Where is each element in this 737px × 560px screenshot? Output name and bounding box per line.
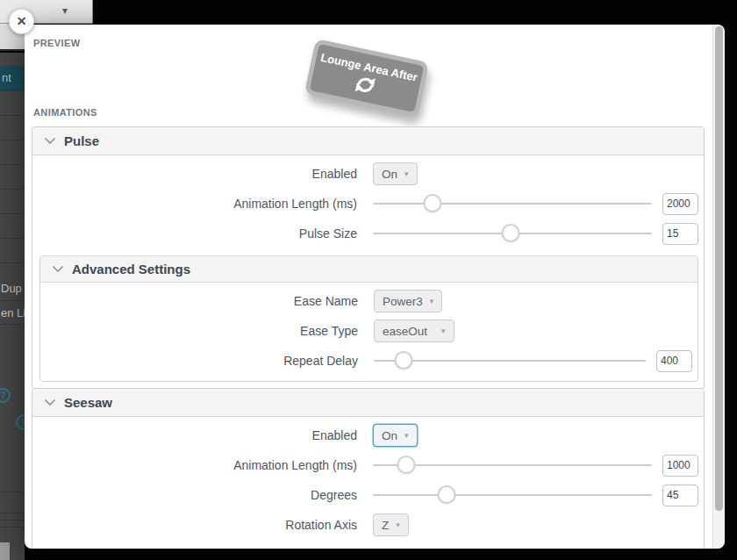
row-pulse-size: Pulse Size — [32, 219, 704, 248]
help-icon[interactable]: ? — [0, 388, 11, 403]
section-seesaw: Seesaw Enabled On ▾ Animation Length (ms… — [32, 388, 705, 549]
chevron-down-icon: ▾ — [404, 431, 409, 440]
pulse-size-input[interactable] — [662, 223, 698, 245]
preview-badge-button[interactable]: Lounge Area After — [304, 39, 429, 118]
slider-thumb[interactable] — [395, 351, 413, 370]
field-label: Animation Length (ms) — [32, 197, 366, 211]
preview-modal: PREVIEW Lounge Area After ANIMATIONS Pul… — [25, 25, 725, 549]
field-label: Repeat Delay — [40, 354, 367, 368]
repeat-delay-slider[interactable] — [374, 351, 646, 370]
slider-thumb[interactable] — [397, 456, 416, 474]
close-button[interactable]: ✕ — [9, 9, 34, 34]
section-seesaw-header[interactable]: Seesaw — [32, 389, 704, 417]
dropdown-value: easeOut — [383, 325, 427, 338]
field-label: Pulse Size — [32, 226, 366, 241]
field-label: Ease Name — [40, 294, 367, 308]
field-label: Enabled — [32, 428, 366, 442]
modal-scrollbar-track[interactable] — [712, 25, 725, 549]
chevron-down-icon: ▾ — [430, 297, 434, 305]
row-rotation-axis: Rotation Axis Z ▾ — [32, 510, 704, 540]
row-seesaw-enabled: Enabled On ▾ — [32, 420, 704, 450]
field-label: Ease Type — [40, 324, 367, 338]
slider-thumb[interactable] — [424, 194, 442, 212]
ease-name-dropdown[interactable]: Power3 ▾ — [374, 290, 442, 312]
seesaw-anim-length-input[interactable] — [662, 455, 698, 477]
row-seesaw-anim-length: Animation Length (ms) — [32, 450, 704, 480]
section-pulse: Pulse Enabled On ▾ Animation Length (ms)… — [32, 126, 705, 390]
divider — [0, 262, 25, 263]
row-degrees: Degrees — [32, 480, 704, 510]
divider — [0, 213, 25, 214]
field-label: Degrees — [32, 488, 366, 502]
chevron-down-icon — [44, 137, 56, 145]
pulse-enabled-dropdown[interactable]: On ▾ — [373, 162, 418, 185]
section-pulse-header[interactable]: Pulse — [32, 127, 704, 155]
divider — [0, 164, 25, 165]
ease-type-dropdown[interactable]: easeOut ▾ — [374, 319, 454, 342]
section-title: Pulse — [64, 133, 99, 148]
chevron-down-icon: ▾ — [62, 4, 68, 17]
slider-track[interactable] — [373, 203, 652, 205]
slider-track[interactable] — [373, 494, 652, 496]
field-label: Enabled — [32, 167, 366, 181]
menu-item-open-link[interactable]: en Li — [0, 304, 25, 323]
divider — [0, 513, 25, 513]
divider — [0, 238, 25, 239]
slider-thumb[interactable] — [438, 485, 456, 504]
degrees-slider[interactable] — [373, 485, 652, 505]
preview-heading: PREVIEW — [33, 38, 81, 48]
divider — [0, 300, 25, 301]
section-title: Seesaw — [64, 395, 112, 410]
row-repeat-delay: Repeat Delay — [40, 346, 698, 376]
divider — [0, 90, 25, 91]
dropdown-value: Power3 — [383, 295, 423, 308]
dropdown-value: On — [382, 168, 397, 181]
section-title: Advanced Settings — [72, 262, 190, 276]
field-label: Animation Length (ms) — [32, 458, 366, 472]
pulse-anim-length-input[interactable] — [662, 193, 698, 215]
chevron-down-icon: ▾ — [404, 169, 409, 178]
slider-track[interactable] — [374, 360, 646, 362]
divider — [0, 140, 25, 140]
slider-thumb[interactable] — [502, 224, 520, 242]
degrees-input[interactable] — [662, 485, 698, 506]
dropdown-value: Z — [382, 519, 389, 532]
chevron-down-icon — [44, 398, 56, 406]
background-block — [0, 542, 10, 560]
divider — [0, 527, 25, 528]
divider — [0, 115, 25, 116]
dropdown-value: On — [382, 429, 397, 442]
chevron-down-icon: ▾ — [441, 327, 446, 335]
animations-heading: ANIMATIONS — [33, 107, 97, 118]
rotation-axis-dropdown[interactable]: Z ▾ — [373, 513, 409, 536]
field-label: Rotation Axis — [32, 518, 366, 532]
divider — [0, 324, 25, 325]
section-advanced-header[interactable]: Advanced Settings — [40, 256, 698, 283]
background-sidebar: nt Dup en Li ? ? — [0, 53, 25, 560]
repeat-delay-input[interactable] — [656, 350, 692, 372]
seesaw-enabled-dropdown[interactable]: On ▾ — [373, 424, 418, 447]
divider — [0, 492, 25, 492]
row-pulse-enabled: Enabled On ▾ — [32, 159, 704, 189]
menu-item-duplicate[interactable]: Dup — [0, 279, 25, 298]
divider — [0, 520, 25, 521]
chevron-down-icon: ▾ — [396, 521, 400, 529]
section-advanced-settings: Advanced Settings Ease Name Power3 ▾ Eas… — [39, 255, 698, 382]
sidebar-item-selected[interactable]: nt — [0, 66, 25, 90]
modal-scrollbar-thumb[interactable] — [715, 26, 723, 511]
row-ease-type: Ease Type easeOut ▾ — [40, 316, 698, 346]
row-pulse-anim-length: Animation Length (ms) — [32, 189, 704, 219]
row-ease-name: Ease Name Power3 ▾ — [40, 286, 698, 316]
pulse-size-slider[interactable] — [373, 224, 652, 243]
refresh-icon — [351, 72, 379, 97]
seesaw-anim-length-slider[interactable] — [373, 456, 652, 475]
divider — [0, 189, 25, 190]
pulse-anim-length-slider[interactable] — [373, 194, 652, 213]
chevron-down-icon — [52, 265, 64, 273]
